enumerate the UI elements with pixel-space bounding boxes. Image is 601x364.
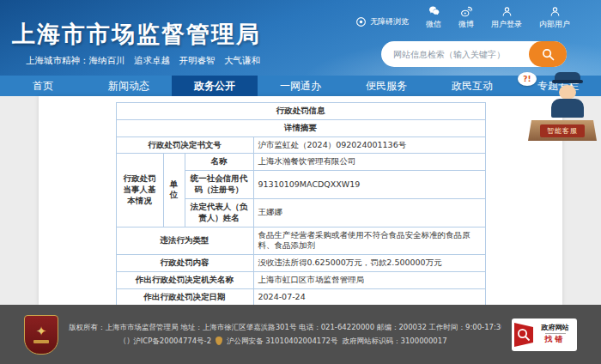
credit-code-label: 统一社会信用代码（注册号） — [185, 171, 253, 199]
credit-code-value: 91310109MACDQXXW19 — [253, 171, 485, 199]
error-report-badge[interactable]: 政府网站 找错 — [512, 318, 577, 351]
main-nav: 首页 新闻动态 政务公开 一网通办 便民服务 政民互动 专题专栏 — [0, 76, 601, 96]
user-login-label: 用户登录 — [491, 19, 522, 30]
page: 无障碍浏览 微信 微博 用户登录 — [0, 0, 601, 364]
wechat-icon — [428, 6, 440, 17]
registration-line: ( ) 沪ICP备20004774号-2 沪公网安备 3101040200417… — [69, 336, 501, 348]
ai-service-label: 智能客服 — [540, 124, 585, 137]
footer-text: 版权所有：上海市市场监督管理局 地址：上海市徐汇区肇嘉浜路301号 电话：021… — [69, 322, 501, 347]
party-basic-info-label: 行政处罚当事人基本情况 — [116, 154, 163, 227]
table-row: 行政处罚内容 没收违法所得0.625000万元，罚款2.500000万元 — [116, 255, 485, 272]
weibo-label: 微博 — [458, 19, 474, 30]
table-row: 作出行政处罚决定日期 2024-07-24 — [116, 288, 485, 306]
utility-bar: 无障碍浏览 微信 微博 用户登录 — [355, 6, 570, 30]
site-id-code: 政府网站标识码：3100000017 — [343, 336, 447, 347]
penalty-content-value: 没收违法所得0.625000万元，罚款2.500000万元 — [253, 255, 485, 272]
search-icon — [541, 47, 555, 62]
company-name-label: 名称 — [185, 154, 253, 171]
user-icon — [501, 6, 513, 17]
table-row: 违法行为类型 食品生产经营者采购或者使用不符合食品安全标准的食品原料、食品添加剂 — [116, 227, 485, 255]
icp-record-link[interactable]: 沪ICP备20004774号-2 — [133, 336, 211, 347]
table-row: 行政处罚信息 — [116, 103, 485, 120]
decision-date-label: 作出行政处罚决定日期 — [116, 288, 253, 306]
search-bar — [381, 41, 567, 67]
penalty-table: 行政处罚信息 详情摘要 行政处罚决定书文号 沪市监虹处（2024）0920240… — [116, 102, 486, 323]
table-row: 详情摘要 — [116, 119, 485, 136]
table-title: 行政处罚信息 — [116, 103, 485, 120]
ai-service-podium[interactable]: 智能客服 — [528, 120, 597, 141]
doc-no-value: 沪市监虹处（2024）092024001136号 — [253, 136, 485, 154]
icp-icon: ( ) — [123, 336, 129, 348]
city-spirit-slogan: 上海城市精神：海纳百川 追求卓越 开明睿智 大气谦和 — [26, 55, 260, 67]
decision-date-value: 2024-07-24 — [253, 288, 485, 306]
table-subtitle: 详情摘要 — [116, 119, 485, 136]
authority-value: 上海市虹口区市场监督管理局 — [253, 271, 485, 288]
error-badge-bottom: 找错 — [545, 333, 566, 344]
copyright-line: 版权所有：上海市市场监督管理局 地址：上海市徐汇区肇嘉浜路301号 电话：021… — [69, 322, 501, 333]
police-badge-icon — [216, 337, 222, 345]
error-magnifier-icon — [514, 323, 533, 347]
wechat-link[interactable]: 微信 — [426, 6, 441, 30]
internal-user-link[interactable]: 内部用户 — [539, 6, 570, 30]
weibo-icon — [460, 6, 473, 17]
accessibility-link[interactable]: 无障碍浏览 — [355, 16, 409, 30]
site-header: 无障碍浏览 微信 微博 用户登录 — [0, 0, 601, 76]
nav-item-one-stop[interactable]: 一网通办 — [258, 76, 343, 96]
internal-user-label: 内部用户 — [539, 19, 570, 30]
accessibility-label: 无障碍浏览 — [370, 16, 409, 27]
authority-label: 作出行政处罚决定机关名称 — [116, 271, 253, 288]
table-row: 行政处罚当事人基本情况 单位 名称 上海水瀚餐饮管理有限公司 — [116, 154, 485, 171]
legal-rep-value: 王娜娜 — [253, 198, 485, 227]
legal-rep-label: 法定代表人（负责人）姓名 — [185, 198, 253, 227]
wechat-label: 微信 — [426, 19, 441, 30]
nav-item-gov-disclosure[interactable]: 政务公开 — [172, 76, 258, 96]
mascot-officer-icon — [549, 72, 586, 118]
speech-bubble: ?! — [518, 72, 537, 86]
site-footer: ✦ 版权所有：上海市市场监督管理局 地址：上海市徐汇区肇嘉浜路301号 电话：0… — [0, 305, 601, 364]
nav-item-home[interactable]: 首页 — [0, 76, 86, 96]
site-title: 上海市市场监督管理局 — [12, 19, 261, 50]
eye-icon — [355, 16, 367, 27]
user-icon — [549, 6, 561, 17]
gov-emblem-icon: ✦ — [24, 315, 58, 355]
nav-item-public-service[interactable]: 便民服务 — [343, 76, 429, 96]
user-login-link[interactable]: 用户登录 — [491, 6, 522, 30]
ai-assistant-widget[interactable]: ?! 智能客服 — [516, 72, 597, 141]
police-record-link[interactable]: 沪公网安备 31010402004172号 — [227, 336, 337, 347]
content-area: 行政处罚信息 详情摘要 行政处罚决定书文号 沪市监虹处（2024）0920240… — [39, 96, 562, 305]
nav-item-interaction[interactable]: 政民互动 — [429, 76, 515, 96]
error-badge-top: 政府网站 — [542, 324, 569, 332]
unit-label: 单位 — [163, 154, 185, 227]
violation-type-value: 食品生产经营者采购或者使用不符合食品安全标准的食品原料、食品添加剂 — [253, 227, 485, 255]
table-row: 行政处罚决定书文号 沪市监虹处（2024）092024001136号 — [116, 136, 485, 154]
doc-no-label: 行政处罚决定书文号 — [116, 136, 253, 154]
penalty-content-label: 行政处罚内容 — [116, 255, 253, 272]
nav-item-news[interactable]: 新闻动态 — [86, 76, 172, 96]
table-row: 作出行政处罚决定机关名称 上海市虹口区市场监督管理局 — [116, 271, 485, 288]
company-name-value: 上海水瀚餐饮管理有限公司 — [253, 154, 485, 171]
violation-type-label: 违法行为类型 — [116, 227, 253, 255]
search-button[interactable] — [529, 41, 567, 67]
weibo-link[interactable]: 微博 — [458, 6, 474, 30]
error-badge-text: 政府网站 找错 — [536, 324, 574, 344]
